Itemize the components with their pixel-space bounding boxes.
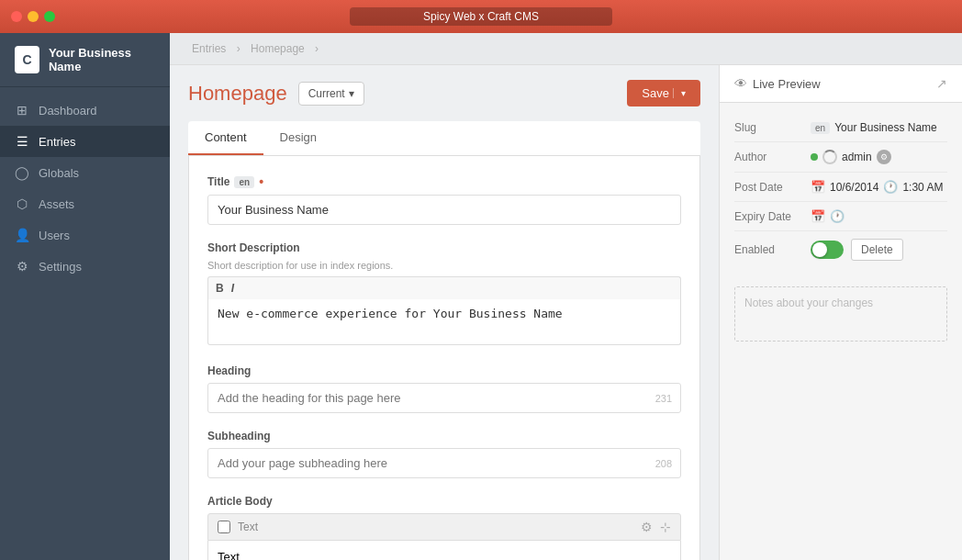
sidebar-item-dashboard[interactable]: ⊞ Dashboard bbox=[0, 95, 170, 126]
matrix-block-checkbox[interactable] bbox=[218, 521, 230, 533]
sidebar-item-label: Assets bbox=[39, 197, 74, 211]
sidebar-item-label: Settings bbox=[39, 260, 82, 274]
minimize-dot[interactable] bbox=[28, 11, 39, 22]
post-date-value[interactable]: 10/6/2014 bbox=[830, 181, 878, 194]
post-date-row: Post Date 📅 10/6/2014 🕐 1:30 AM bbox=[734, 173, 947, 202]
right-sidebar: 👁 Live Preview ↗ Slug en Your Business N… bbox=[719, 65, 962, 560]
toggle-knob bbox=[812, 242, 827, 257]
heading-input-wrapper: 231 bbox=[207, 383, 681, 413]
share-icon[interactable]: ↗ bbox=[936, 76, 947, 91]
eye-icon: 👁 bbox=[734, 76, 747, 91]
page-title: Homepage bbox=[188, 82, 287, 106]
expiry-clock-icon[interactable]: 🕐 bbox=[830, 209, 845, 223]
delete-button[interactable]: Delete bbox=[851, 239, 903, 261]
enabled-row: Enabled Delete bbox=[734, 231, 947, 268]
app-container: C Your Business Name ⊞ Dashboard ☰ Entri… bbox=[0, 33, 962, 560]
matrix-settings-icon[interactable]: ⚙ bbox=[641, 520, 653, 534]
entries-icon: ☰ bbox=[15, 134, 29, 149]
content-area: Homepage Current ▾ Save ▾ bbox=[170, 65, 962, 560]
subheading-label: Subheading bbox=[207, 430, 681, 442]
close-dot[interactable] bbox=[11, 11, 22, 22]
expiry-date-label: Expiry Date bbox=[734, 210, 803, 223]
matrix-block-type: Text bbox=[238, 521, 258, 533]
title-lang-badge: en bbox=[234, 176, 254, 188]
chevron-down-icon: ▾ bbox=[349, 87, 354, 100]
meta-fields: Slug en Your Business Name Author admin bbox=[720, 103, 962, 279]
heading-char-count: 231 bbox=[655, 393, 672, 404]
bold-button[interactable]: B bbox=[216, 282, 224, 295]
page-title-area: Homepage Current ▾ bbox=[188, 82, 364, 106]
author-row: Author admin ⚙ bbox=[734, 142, 947, 173]
tab-design[interactable]: Design bbox=[263, 121, 333, 155]
content-tabs: Content Design bbox=[188, 121, 700, 156]
post-date-label: Post Date bbox=[734, 181, 803, 194]
clock-icon: 🕐 bbox=[883, 180, 898, 194]
post-time-value[interactable]: 1:30 AM bbox=[902, 181, 943, 194]
required-indicator: • bbox=[259, 174, 263, 189]
user-icon: ⚙ bbox=[877, 150, 891, 164]
loading-spinner bbox=[822, 150, 837, 164]
brand-icon: C bbox=[15, 46, 39, 73]
calendar-icon: 📅 bbox=[811, 180, 825, 194]
slug-label: Slug bbox=[734, 121, 803, 134]
tab-content[interactable]: Content bbox=[188, 121, 263, 155]
author-status-dot bbox=[811, 153, 818, 161]
matrix-content-text: Text bbox=[218, 550, 240, 560]
settings-icon: ⚙ bbox=[15, 259, 29, 274]
enabled-toggle[interactable] bbox=[811, 241, 844, 259]
italic-button[interactable]: I bbox=[231, 282, 234, 295]
subheading-field-group: Subheading 208 bbox=[207, 430, 681, 478]
breadcrumb: Entries › Homepage › bbox=[170, 33, 962, 65]
sidebar-item-entries[interactable]: ☰ Entries bbox=[0, 126, 170, 157]
save-dropdown-arrow[interactable]: ▾ bbox=[673, 88, 686, 98]
editor-panel: Homepage Current ▾ Save ▾ bbox=[170, 65, 719, 560]
slug-value[interactable]: Your Business Name bbox=[834, 121, 937, 134]
short-description-label: Short Description bbox=[207, 241, 681, 254]
slug-lang-badge: en bbox=[811, 122, 830, 134]
sidebar-item-label: Users bbox=[39, 229, 70, 242]
save-button[interactable]: Save ▾ bbox=[627, 80, 700, 106]
sidebar-brand: C Your Business Name bbox=[0, 33, 170, 87]
heading-label: Heading bbox=[207, 364, 681, 377]
dashboard-icon: ⊞ bbox=[15, 103, 29, 118]
sidebar-item-assets[interactable]: ⬡ Assets bbox=[0, 188, 170, 219]
sidebar-item-users[interactable]: 👤 Users bbox=[0, 219, 170, 251]
window-title: Spicy Web x Craft CMS bbox=[350, 7, 612, 26]
short-description-field-group: Short Description Short description for … bbox=[207, 241, 681, 348]
sidebar-item-label: Dashboard bbox=[39, 104, 97, 118]
sidebar-item-label: Entries bbox=[39, 135, 75, 149]
sidebar-item-globals[interactable]: ◯ Globals bbox=[0, 157, 170, 188]
maximize-dot[interactable] bbox=[44, 11, 55, 22]
subheading-input-wrapper: 208 bbox=[207, 448, 681, 478]
enabled-label: Enabled bbox=[734, 243, 803, 256]
users-icon: 👤 bbox=[15, 228, 29, 242]
short-description-textarea[interactable] bbox=[207, 299, 681, 345]
assets-icon: ⬡ bbox=[15, 196, 29, 211]
matrix-block-content: Text bbox=[207, 541, 681, 560]
expiry-calendar-icon[interactable]: 📅 bbox=[811, 209, 825, 223]
form-panel: Title en • Short Description Short descr… bbox=[188, 156, 700, 560]
subheading-input[interactable] bbox=[207, 448, 681, 478]
sidebar: C Your Business Name ⊞ Dashboard ☰ Entri… bbox=[0, 33, 170, 560]
matrix-block-header: Text ⚙ ⊹ bbox=[207, 513, 681, 541]
notes-placeholder: Notes about your changes bbox=[744, 297, 873, 309]
titlebar: Spicy Web x Craft CMS bbox=[0, 0, 962, 33]
matrix-drag-icon[interactable]: ⊹ bbox=[660, 520, 671, 534]
version-button[interactable]: Current ▾ bbox=[298, 82, 364, 106]
live-preview-title: 👁 Live Preview bbox=[734, 76, 821, 91]
author-name[interactable]: admin bbox=[842, 151, 872, 163]
slug-row: Slug en Your Business Name bbox=[734, 114, 947, 142]
article-body-label: Article Body bbox=[207, 495, 681, 508]
heading-field-group: Heading 231 bbox=[207, 364, 681, 413]
sidebar-item-settings[interactable]: ⚙ Settings bbox=[0, 251, 170, 282]
author-label: Author bbox=[734, 151, 803, 163]
notes-area[interactable]: Notes about your changes bbox=[734, 286, 947, 342]
page-header: Homepage Current ▾ Save ▾ bbox=[188, 80, 700, 106]
heading-input[interactable] bbox=[207, 383, 681, 413]
subheading-char-count: 208 bbox=[655, 458, 672, 469]
live-preview-header: 👁 Live Preview ↗ bbox=[720, 65, 962, 103]
short-description-hint: Short description for use in index regio… bbox=[207, 260, 681, 271]
main-content: Entries › Homepage › Homepage Current ▾ bbox=[170, 33, 962, 560]
window-controls bbox=[11, 11, 55, 22]
title-input[interactable] bbox=[207, 195, 681, 225]
